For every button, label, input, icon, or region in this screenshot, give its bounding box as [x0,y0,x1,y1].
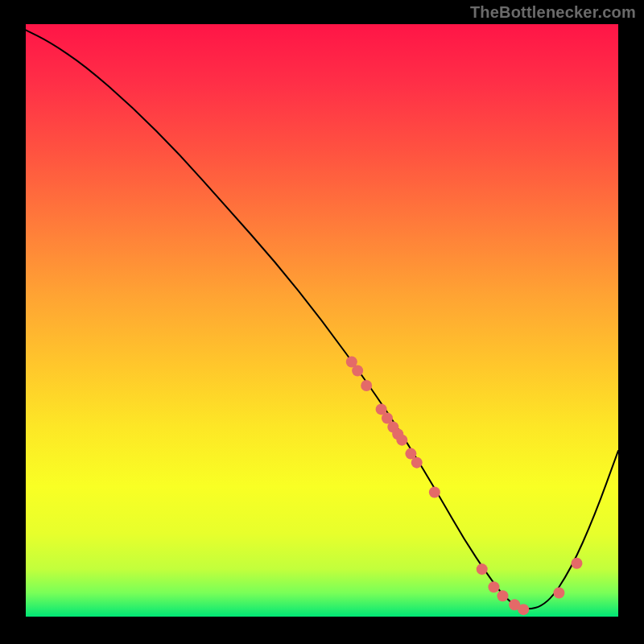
curve-marker [352,365,363,377]
attribution-label: TheBottlenecker.com [470,3,636,22]
curve-marker [411,457,423,469]
bottleneck-curve [26,30,618,609]
plot-area [26,24,618,617]
curve-marker [477,564,488,575]
curve-marker [571,558,582,569]
curve-marker [396,435,407,446]
curve-marker [488,581,499,592]
curve-marker [429,486,440,497]
marker-group [346,357,583,616]
curve-marker [497,590,508,601]
curve-marker [361,380,372,391]
curve-marker [518,604,529,615]
chart-container: TheBottlenecker.com [0,0,644,644]
curve-marker [553,588,564,599]
plot-svg [26,24,618,617]
